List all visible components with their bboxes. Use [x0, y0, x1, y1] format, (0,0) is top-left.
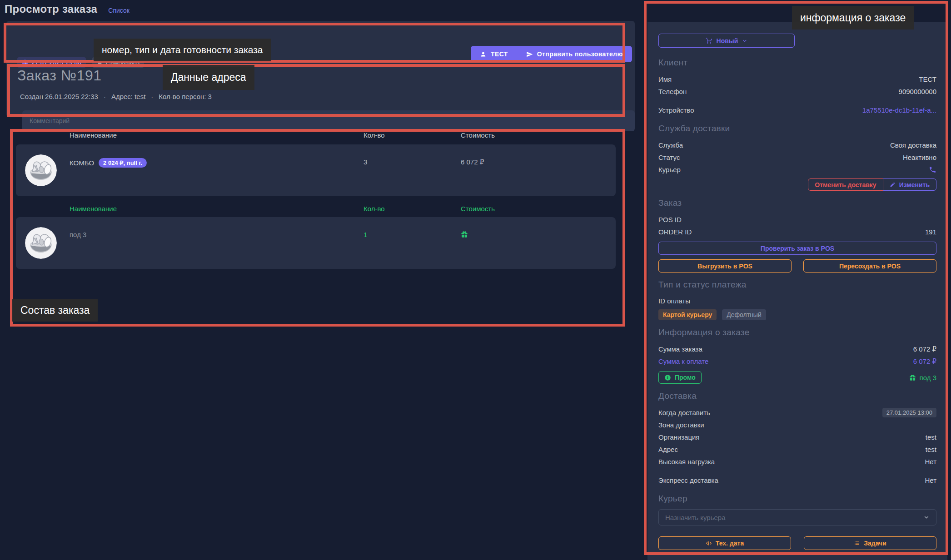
item-name: КОМБО: [70, 159, 94, 167]
service-row: Служба Своя доставка: [658, 139, 936, 151]
annotation-label-order-info: информация о заказе: [792, 6, 914, 30]
chevron-down-icon: [742, 38, 747, 44]
payment-id-row: ID оплаты: [658, 295, 936, 307]
payment-id-label: ID оплаты: [658, 297, 690, 305]
item-image: [25, 154, 57, 186]
item-name-with-badge: КОМБО 2 024 ₽, null г.: [70, 158, 147, 168]
recreate-pos-button[interactable]: Пересоздать в POS: [803, 259, 936, 273]
high-load-label: Высокая нагрузка: [658, 458, 715, 466]
header-name: Наименование: [70, 131, 117, 139]
header-price: Стоимость: [461, 205, 495, 213]
assign-courier-select[interactable]: Назначить курьера: [658, 509, 936, 525]
phone-label: Телефон: [658, 88, 687, 95]
comment-input[interactable]: [22, 110, 635, 131]
courier-label: Курьер: [658, 166, 681, 173]
device-link[interactable]: 1a75510e-dc1b-11ef-a...: [862, 106, 936, 114]
ready-time-badge: 27.01.2025 13:00: [17, 57, 86, 68]
phone-icon[interactable]: [929, 166, 936, 173]
high-load-value: Нет: [925, 458, 936, 466]
item-row-promo[interactable]: под 3 1: [16, 217, 616, 269]
order-info-sidebar: Новый Клиент Имя ТЕСТ Телефон 9090000000…: [647, 22, 947, 560]
high-load-row: Высокая нагрузка Нет: [658, 456, 936, 468]
order-summary-card: 27.01.2025 13:00 Самовывоз Заказ №191 Со…: [6, 21, 635, 117]
header-price: Стоимость: [461, 131, 495, 139]
payment-default-badge: Дефолтный: [722, 309, 766, 320]
recreate-pos-label: Пересоздать в POS: [839, 263, 901, 270]
send-to-user-label: Отправить пользователю: [537, 50, 623, 58]
organization-value: test: [926, 433, 936, 441]
order-number-title: Заказ №191: [17, 67, 102, 84]
section-delivery-service: Служба доставки: [658, 124, 936, 134]
name-value: ТЕСТ: [919, 75, 936, 83]
order-id-value: 191: [925, 228, 936, 236]
test-user-label: ТЕСТ: [491, 50, 508, 58]
pos-id-row: POS ID: [658, 213, 936, 226]
edit-delivery-button[interactable]: Изменить: [883, 178, 936, 191]
section-courier: Курьер: [658, 494, 936, 504]
order-persons-meta: Кол-во персон: 3: [159, 93, 212, 100]
order-total-label: Сумма заказа: [658, 345, 702, 353]
name-label: Имя: [658, 75, 672, 83]
payable-label: Сумма к оплате: [658, 357, 708, 365]
service-status-label: Статус: [658, 154, 680, 161]
cancel-delivery-button[interactable]: Отменить доставку: [808, 178, 883, 191]
order-status-dropdown[interactable]: Новый: [658, 34, 795, 48]
header-qty: Кол-во: [363, 131, 385, 139]
tech-data-button[interactable]: Тех. дата: [658, 536, 791, 550]
header-qty: Кол-во: [363, 205, 385, 213]
promo-row: Промо под 3: [658, 371, 936, 384]
upload-pos-label: Выгрузить в POS: [697, 263, 752, 270]
service-status-row: Статус Неактивно: [658, 151, 936, 164]
page-header: Просмотр заказа Список: [5, 3, 129, 15]
service-value: Своя доставка: [890, 141, 936, 149]
payable-value: 6 072 ₽: [913, 357, 936, 366]
list-link[interactable]: Список: [108, 7, 129, 14]
payment-method-badge: Картой курьеру: [658, 309, 717, 320]
item-name-wrap: под 3: [70, 231, 86, 238]
promo-item: под 3: [909, 374, 936, 382]
annotation-label-address: Данные адреса: [163, 65, 254, 90]
items-table-header: Наименование Кол-во Стоимость: [16, 131, 625, 140]
organization-row: Организация test: [658, 431, 936, 443]
order-id-label: ORDER ID: [658, 228, 692, 236]
delivery-zone-label: Зона доставки: [658, 421, 704, 429]
client-name-row: Имя ТЕСТ: [658, 73, 936, 85]
express-label: Экспресс доставка: [658, 476, 718, 484]
item-price: 6 072 ₽: [461, 158, 484, 166]
upload-pos-button[interactable]: Выгрузить в POS: [658, 259, 792, 273]
gift-icon: [461, 231, 468, 239]
pos-buttons: Выгрузить в POS Пересоздать в POS: [658, 259, 936, 273]
order-address-meta: Адрес: test: [111, 93, 145, 100]
chevron-down-icon: [923, 514, 930, 520]
service-courier-row: Курьер: [658, 164, 936, 176]
item-price-badge: 2 024 ₽, null г.: [99, 158, 147, 168]
check-pos-button[interactable]: Проверить заказ в POS: [658, 242, 936, 255]
item-row-main[interactable]: КОМБО 2 024 ₽, null г. 3 6 072 ₽: [16, 144, 616, 196]
service-status-value: Неактивно: [903, 154, 936, 161]
delivery-buttons: Отменить доставку Изменить: [658, 178, 936, 191]
phone-value: 9090000000: [899, 88, 936, 95]
address-label: Адрес: [658, 446, 678, 453]
send-to-user-button[interactable]: Отправить пользователю: [517, 46, 632, 62]
tasks-button[interactable]: Задачи: [804, 536, 936, 550]
meta-separator: ·: [151, 93, 153, 100]
address-value: test: [926, 446, 936, 453]
header-name: Наименование: [70, 205, 117, 213]
client-device-row: Устройство 1a75510e-dc1b-11ef-a...: [658, 104, 936, 116]
order-status-label: Новый: [717, 37, 738, 45]
clock-icon: [22, 59, 28, 66]
order-created: Создан 26.01.2025 22:33: [20, 93, 98, 100]
promo-button[interactable]: Промо: [658, 371, 702, 384]
order-total-row: Сумма заказа 6 072 ₽: [658, 343, 936, 355]
item-image: [25, 227, 57, 259]
tech-data-label: Тех. дата: [716, 540, 744, 547]
pos-id-label: POS ID: [658, 216, 682, 223]
organization-label: Организация: [658, 433, 699, 441]
order-actions: ТЕСТ Отправить пользователю: [471, 46, 632, 62]
cart-icon: [706, 37, 712, 44]
test-user-button[interactable]: ТЕСТ: [471, 46, 517, 62]
deliver-when-value: 27.01.2025 13:00: [882, 408, 936, 417]
section-delivery: Доставка: [658, 391, 936, 401]
sidebar-bottom-buttons: Тех. дата Задачи: [658, 536, 936, 550]
tasks-label: Задачи: [864, 540, 886, 547]
